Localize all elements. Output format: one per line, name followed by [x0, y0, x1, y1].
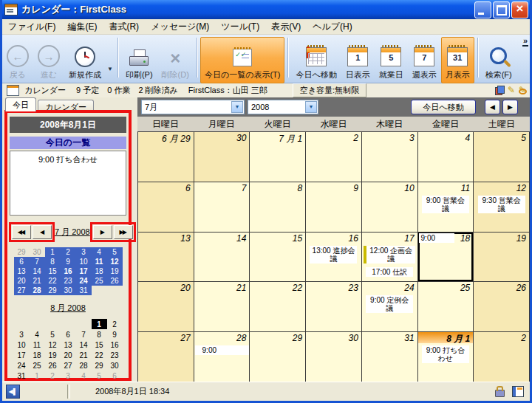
mini-calendar-day[interactable]: 21 [30, 276, 45, 286]
mini-calendar-day[interactable]: 31 [76, 286, 92, 295]
event-item[interactable]: 9:00 営業会議 [422, 196, 469, 213]
maximize-button[interactable] [493, 1, 510, 18]
calendar-day-cell[interactable]: 7 月 1 [250, 132, 306, 182]
mini-calendar-day[interactable]: 9 [107, 329, 123, 340]
mini-calendar-day[interactable]: 4 [30, 329, 45, 340]
calendar-day-cell[interactable]: 2 [306, 132, 362, 182]
mini-calendar-day[interactable]: 26 [45, 360, 61, 371]
calendar-day-cell[interactable]: 30 [194, 132, 250, 182]
calendar-day-cell[interactable]: 31 [362, 332, 418, 382]
menu-item[interactable]: 書式(R) [103, 19, 145, 35]
calendar-day-cell[interactable]: 25 [418, 282, 474, 332]
next-month-button[interactable]: ▶ [93, 225, 112, 239]
event-item[interactable]: 9:00 打ち合わせ [422, 345, 469, 363]
new-item-dropdown caret-down-icon[interactable]: ▼ [107, 66, 113, 72]
mini-calendar-day[interactable]: 11 [92, 257, 107, 266]
event-item[interactable]: 9:00 [195, 345, 249, 355]
mini-calendar-day[interactable]: 7 [30, 257, 45, 266]
calendar-day-cell[interactable]: 27 [138, 332, 194, 382]
mini-calendar-day[interactable]: 10 [14, 340, 30, 350]
mini-calendar-day[interactable]: 12 [45, 340, 61, 350]
calendar-day-cell[interactable]: 4 [418, 132, 474, 182]
mini-calendar-day[interactable]: 4 [92, 247, 107, 257]
event-item[interactable]: 9:00 [419, 233, 454, 243]
mini-calendar-day[interactable]: 5 [92, 371, 107, 381]
calendar-day-cell[interactable]: 1712:00 企画会議17:00 仕訳 [362, 232, 418, 283]
mini-calendar-day[interactable]: 28 [30, 286, 45, 295]
calendar-day-cell[interactable]: 289:00 [194, 332, 250, 382]
mini-calendar-day[interactable]: 19 [45, 350, 61, 360]
calendar-day-cell[interactable]: 2 [474, 332, 530, 382]
calendar-day-cell[interactable]: 20 [138, 282, 194, 332]
mini-calendar-day[interactable]: 15 [92, 340, 107, 350]
calendar-day-cell[interactable]: 9 [306, 182, 362, 232]
mini-calendar-day[interactable]: 22 [92, 350, 107, 360]
event-item[interactable]: 9:00 定例会議 [366, 295, 413, 313]
calendar-day-cell[interactable]: 14 [194, 232, 250, 283]
toolbar-overflow chevron-overflow-icon[interactable]: » [522, 38, 528, 46]
mini-calendar-day[interactable]: 24 [76, 276, 92, 286]
mini-calendar-day[interactable]: 14 [30, 266, 45, 276]
calendar-day-cell[interactable]: 15 [250, 232, 306, 283]
mini-calendar-day[interactable]: 30 [107, 360, 123, 371]
calendar-day-cell[interactable]: 30 [306, 332, 362, 382]
calendar-day-cell[interactable]: 13 [138, 232, 194, 283]
mini-calendar-day[interactable]: 18 [30, 350, 45, 360]
calendar-day-cell[interactable]: 3 [362, 132, 418, 182]
mini-calendar-day[interactable]: 2 [61, 247, 76, 257]
mini-calendar-day[interactable]: 23 [61, 276, 76, 286]
mini-calendar-day[interactable]: 16 [61, 266, 76, 276]
mini-calendar-day[interactable]: 24 [14, 360, 30, 371]
today-list-item[interactable]: 9:00 打ち合わせ [10, 151, 126, 165]
mini-calendar-day[interactable]: 4 [76, 371, 92, 381]
search-button[interactable]: 検索(F) [481, 37, 516, 83]
mini-calendar-day[interactable]: 3 [14, 329, 30, 340]
tab-today[interactable]: 今日 [5, 97, 36, 111]
mini-calendar-day[interactable]: 10 [76, 257, 92, 266]
mini-calendar-day[interactable]: 5 [45, 329, 61, 340]
calendar-day-cell[interactable]: 10 [362, 182, 418, 232]
next-year-button[interactable]: ▶▶ [114, 225, 133, 239]
mini-calendar-day[interactable]: 13 [14, 266, 30, 276]
mini-calendar-day[interactable]: 26 [107, 276, 123, 286]
mini-calendar-day[interactable]: 27 [14, 286, 30, 295]
mini-calendar-day[interactable]: 17 [14, 350, 30, 360]
mini-calendar-day[interactable]: 29 [14, 247, 30, 257]
month-view-button[interactable]: 31 月表示 [441, 37, 474, 83]
mini-calendar-day[interactable]: 1 [45, 247, 61, 257]
event-item[interactable]: 17:00 仕訳 [366, 267, 413, 277]
calendar-day-cell[interactable]: 129:30 営業会議 [474, 182, 530, 232]
mini-calendar-day[interactable]: 6 [61, 329, 76, 340]
calendar-day-cell[interactable]: 29 [250, 332, 306, 382]
mini-calendar-day[interactable]: 29 [92, 360, 107, 371]
mini-calendar-day[interactable]: 12 [107, 257, 123, 266]
mini-calendar-day[interactable]: 18 [92, 266, 107, 276]
today-list-button[interactable]: ✓✓ 今日の一覧の表示(T) [200, 37, 285, 83]
mini-calendar-day[interactable]: 8 [92, 329, 107, 340]
mini-calendar-day[interactable]: 9 [61, 257, 76, 266]
menu-item[interactable]: 表示(V) [265, 19, 307, 35]
next-month-arrow-button[interactable]: ▶ [502, 100, 518, 114]
mini-calendar-day[interactable]: 23 [107, 350, 123, 360]
mini-calendar-day[interactable]: 22 [45, 276, 61, 286]
menu-item[interactable]: ヘルプ(H) [307, 19, 358, 35]
calendar-day-cell[interactable]: 6 [138, 182, 194, 232]
mini-calendar-day[interactable]: 13 [61, 340, 76, 350]
pencil-icon[interactable]: ✎ [508, 85, 515, 95]
event-item[interactable]: 12:00 企画会議 [364, 246, 415, 264]
mini-calendar-day[interactable]: 20 [14, 276, 30, 286]
mini-calendar-day[interactable]: 14 [76, 340, 92, 350]
mini-calendar-day[interactable]: 15 [45, 266, 61, 276]
mini-calendar-day[interactable]: 28 [76, 360, 92, 371]
year-select[interactable]: 2008 ▼ [248, 100, 318, 114]
mini-calendar-day[interactable]: 7 [76, 329, 92, 340]
mini-calendar-day[interactable]: 30 [61, 286, 76, 295]
mini-calendar-day[interactable]: 25 [92, 276, 107, 286]
goto-today-button[interactable]: 今日へ移動 [291, 37, 341, 83]
mini-calendar-day[interactable]: 8 [45, 257, 61, 266]
mini-calendar-day[interactable]: 6 [14, 257, 30, 266]
mini-calendar-day[interactable]: 31 [14, 371, 30, 381]
prev-year-button[interactable]: ◀◀ [12, 225, 31, 239]
mini-calendar-day[interactable]: 25 [30, 360, 45, 371]
menu-item[interactable]: ツール(T) [215, 19, 265, 35]
